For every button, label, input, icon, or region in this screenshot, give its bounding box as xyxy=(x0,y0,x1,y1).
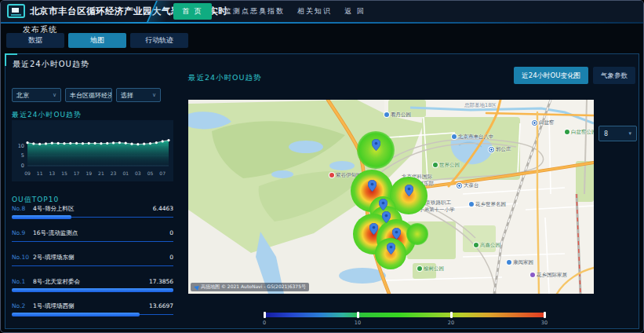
map-label: 大葆台 xyxy=(457,183,479,188)
map-section-title: 最近24小时OU趋势 xyxy=(188,73,262,83)
map-label: 花乡国际家居 xyxy=(530,273,567,278)
metro-station-icon xyxy=(489,147,494,152)
top10-bar-fill xyxy=(12,313,140,317)
map-label-text: 郭公庄 xyxy=(496,147,511,152)
map-label-text: 白盆窑 xyxy=(539,120,555,126)
top10-bar xyxy=(12,240,173,244)
nav-item-0[interactable]: 首 页 xyxy=(173,3,212,20)
map-label-text: 看丹公园 xyxy=(391,112,411,118)
top10-value: 6.4463 xyxy=(153,205,173,212)
top10-row: No.102号-填埋场东侧0 xyxy=(12,254,173,269)
filter-select-value: 北京 xyxy=(16,91,29,100)
svg-text:0: 0 xyxy=(21,163,24,169)
publish-tab-1[interactable]: 地图 xyxy=(68,33,126,48)
heat-scale-legend: 0102030 xyxy=(264,313,545,317)
map-label: 白盆窑公园 xyxy=(565,130,594,135)
map-label-text: 总部基地18区 xyxy=(464,103,497,108)
chevron-down-icon: ∨ xyxy=(53,92,56,98)
map-button-group: 近24小时OU变化图气象参数 xyxy=(514,67,635,84)
metro-station-icon xyxy=(532,120,537,126)
map-attribution-text: 高德地图 © 2021 AutoNavi - GS(2021)6375号 xyxy=(201,284,306,291)
map-label-text: 康阅家园 xyxy=(513,260,533,265)
app-window: 北京市丰台区循环经济产业园大气恶臭状况实时 首 页监测点恶臭指数相关知识返 回 … xyxy=(0,0,644,333)
nav-item-3[interactable]: 返 回 xyxy=(344,6,366,16)
top10-title: OU值TOP10 xyxy=(12,195,59,205)
map-pin-icon[interactable] xyxy=(387,243,395,254)
poi-icon xyxy=(433,163,438,167)
heat-blob xyxy=(406,223,428,245)
map-label: 子弟第十一小学 xyxy=(419,207,455,213)
map-label: 世界公园 xyxy=(433,163,460,168)
svg-text:03: 03 xyxy=(135,170,141,176)
top10-list: No.84号-筛分上料区6.4463No.916号-流动监测点0No.102号-… xyxy=(12,205,173,327)
top10-row: No.916号-流动监测点0 xyxy=(12,229,173,244)
map-pin-icon[interactable] xyxy=(379,199,387,210)
poi-icon xyxy=(384,112,389,117)
scale-tick-marker xyxy=(357,312,359,318)
map-pin-icon[interactable] xyxy=(368,180,377,192)
map-pin-icon[interactable] xyxy=(392,228,401,240)
main-nav: 首 页监测点恶臭指数相关知识返 回 xyxy=(173,1,366,22)
top10-rank: No.1 xyxy=(12,278,33,285)
publish-tab-0[interactable]: 数据 xyxy=(6,33,64,48)
scale-tick-marker xyxy=(544,312,546,318)
filter-select-2[interactable]: 选择∨ xyxy=(116,88,161,102)
map-label: 高鑫公园 xyxy=(474,243,500,248)
publish-tab-2[interactable]: 行动轨迹 xyxy=(130,33,188,48)
map-label: 白盆窑 xyxy=(532,120,555,126)
top10-bar-fill xyxy=(12,288,173,292)
map-canvas[interactable]: 总部基地18区看丹公园白盆窑北京市丰台八中郭公庄白盆窑公园世界公园紫谷伊甸园大葆… xyxy=(188,100,594,294)
hour-select[interactable]: 8 ▾ xyxy=(599,126,637,141)
panel-title: 最近24小时OU趋势 xyxy=(13,59,89,70)
map-pin-icon[interactable] xyxy=(405,185,413,196)
map-label-text: 榆树公园 xyxy=(424,266,444,272)
nav-item-2[interactable]: 相关知识 xyxy=(297,6,332,16)
publish-tabs: 数据地图行动轨迹 xyxy=(6,33,188,48)
map-attribution: 高德地图 © 2021 AutoNavi - GS(2021)6375号 xyxy=(191,283,309,291)
heat-scale-gradient xyxy=(264,313,545,317)
svg-text:15: 15 xyxy=(61,170,67,176)
map-pin-icon[interactable] xyxy=(369,223,378,235)
top10-bar xyxy=(12,215,173,220)
header-bar: 北京市丰台区循环经济产业园大气恶臭状况实时 首 页监测点恶臭指数相关知识返 回 xyxy=(1,1,644,22)
map-pin-icon[interactable] xyxy=(382,211,391,223)
top10-bar xyxy=(12,288,173,293)
map-label: 花乡世界名园 xyxy=(469,202,506,207)
header-accent-line xyxy=(1,22,644,24)
top10-value: 17.3856 xyxy=(149,278,173,285)
filter-select-value: 丰台区循环经济产 xyxy=(70,91,112,100)
map-label-text: 花乡国际家居 xyxy=(537,273,567,278)
poi-icon xyxy=(329,173,334,177)
poi-icon xyxy=(474,243,478,247)
map-label-text: 白盆窑公园 xyxy=(571,130,594,135)
scale-tick-label: 20 xyxy=(448,320,454,326)
map-label: 北京市丰台八中 xyxy=(452,134,494,140)
top10-value: 0 xyxy=(169,254,173,261)
poi-icon xyxy=(530,273,535,277)
poi-icon xyxy=(452,134,457,139)
map-button-1[interactable]: 气象参数 xyxy=(593,67,635,84)
svg-text:01: 01 xyxy=(122,170,129,176)
top10-row-head: No.21号-填埋场西侧13.6697 xyxy=(12,302,173,310)
filter-select-1[interactable]: 丰台区循环经济产∨ xyxy=(65,88,112,102)
metro-station-icon xyxy=(457,183,462,188)
map-button-0[interactable]: 近24小时OU变化图 xyxy=(514,67,588,84)
nav-item-1[interactable]: 监测点恶臭指数 xyxy=(224,6,285,16)
map-label: 康阅家园 xyxy=(507,260,533,265)
filter-select-value: 选择 xyxy=(121,91,133,100)
map-label-text: 高鑫公园 xyxy=(480,243,500,248)
top10-name: 8号-北天堂村委会 xyxy=(33,278,80,286)
top10-name: 16号-流动监测点 xyxy=(33,229,78,237)
map-pin-icon[interactable] xyxy=(372,139,380,151)
svg-text:07: 07 xyxy=(159,170,166,176)
top10-row: No.18号-北天堂村委会17.3856 xyxy=(12,278,173,293)
top10-value: 0 xyxy=(169,229,173,236)
top10-row-head: No.102号-填埋场东侧0 xyxy=(12,254,173,262)
svg-text:19: 19 xyxy=(86,170,92,176)
scale-tick-label: 0 xyxy=(263,320,266,326)
svg-text:11: 11 xyxy=(37,170,43,176)
top10-row: No.84号-筛分上料区6.4463 xyxy=(12,205,173,220)
top10-rank: No.9 xyxy=(12,229,33,236)
filter-select-0[interactable]: 北京∨ xyxy=(12,88,61,102)
svg-text:13: 13 xyxy=(49,170,55,176)
